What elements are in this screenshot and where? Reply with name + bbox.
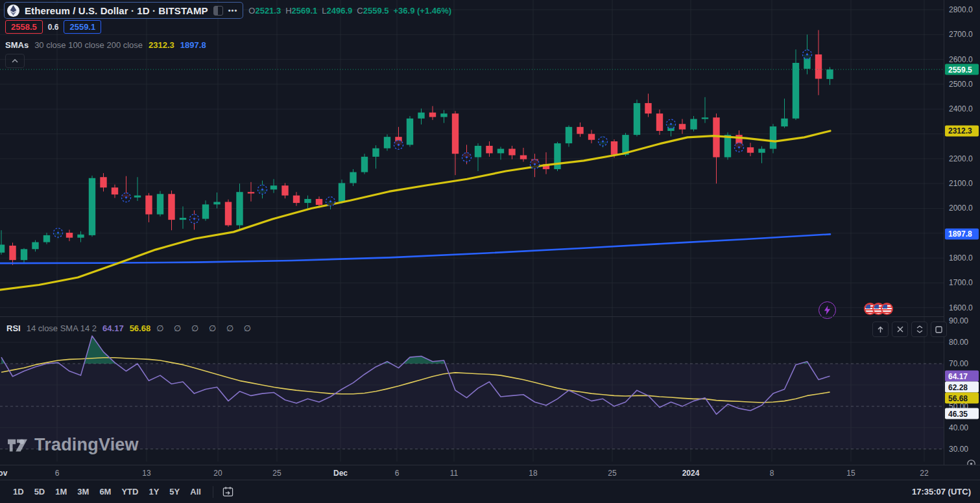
range-button-1d[interactable]: 1D [8,484,29,499]
price-axis-label: 1700.0 [949,278,973,287]
time-axis-label: 8 [770,469,774,478]
tradingview-watermark: TradingView [6,435,139,455]
sma200-line [0,234,830,263]
time-axis-label: 2024 [682,469,700,478]
price-axis-badge: 1897.8 [945,228,979,239]
time-axis-label: 15 [846,469,855,478]
candle-body [758,149,765,153]
ask-price-button[interactable]: 2559.1 [64,20,101,34]
candle-body [611,141,617,155]
candle-body [702,117,708,119]
rsi-value: 64.17 [102,323,124,333]
range-button-5y[interactable]: 5Y [164,484,185,499]
price-axis-label: 2500.0 [949,80,973,89]
candle-body [440,113,447,117]
candle-body [270,185,277,189]
candle-body [100,177,106,187]
candle-body [89,178,95,235]
sma-legend-title: SMAs [5,40,29,50]
range-button-5d[interactable]: 5D [29,484,51,499]
candle-body [361,157,368,172]
candle-body [508,149,515,156]
price-axis-label: 2800.0 [949,5,973,14]
price-axis[interactable]: 2800.02700.02600.02500.02400.02200.02100… [944,0,980,465]
rsi-axis-badge: 56.68 [945,393,979,404]
sma30-value: 2312.3 [149,40,174,50]
price-axis-label: 2000.0 [949,204,973,213]
sma30-line [0,131,830,290]
candle-body [770,126,776,148]
time-axis[interactable]: Nov6132025Dec6111825202481522 [0,465,980,480]
rsi-legend[interactable]: RSI 14 close SMA 14 2 64.17 56.68 ∅ ∅ ∅ … [6,323,255,333]
ohlc-values: O2521.3 H2569.1 L2496.9 C2559.5 +36.9 (+… [248,6,451,16]
candle-body [157,194,163,214]
candle-body [43,235,50,242]
candle-body [429,113,436,117]
tradingview-logo-icon [6,436,29,455]
pane-separator[interactable] [0,316,980,317]
range-button-1m[interactable]: 1M [50,484,72,499]
move-pane-up-button[interactable] [872,322,889,337]
range-button-3m[interactable]: 3M [72,484,94,499]
economic-events-us-flags[interactable] [864,303,893,315]
time-axis-label: 20 [213,469,222,478]
candle-body [724,135,731,157]
range-button-ytd[interactable]: YTD [116,484,143,499]
time-axis-label: 25 [608,469,616,478]
price-axis-badge: 2559.5 [945,64,979,75]
candle-body [21,249,27,260]
open-value: 2521.3 [255,6,281,16]
bottom-toolbar: 1D5D1M3M6MYTD1Y5YAll 17:35:07 (UTC) [0,480,980,503]
bid-ask-row: 2558.5 0.6 2559.1 [5,20,101,34]
collapse-pane-button[interactable] [911,322,927,337]
candle-body [486,146,492,153]
candle-body [384,137,390,148]
time-axis-label: 13 [142,469,150,478]
candle-body [679,124,686,129]
price-axis-label: 1600.0 [949,303,973,312]
close-pane-button[interactable] [892,322,908,337]
rsi-axis-label: 90.00 [949,316,968,325]
range-button-6m[interactable]: 6M [94,484,116,499]
candle-body [32,242,38,250]
candles [0,30,833,264]
candle-body [372,148,379,157]
legend-collapse-button[interactable] [5,54,25,68]
range-button-all[interactable]: All [185,484,206,499]
candle-body [826,69,833,79]
price-axis-label: 2400.0 [949,104,973,113]
candle-body [475,146,481,158]
range-button-1y[interactable]: 1Y [143,484,164,499]
time-axis-label: 22 [920,469,928,478]
candle-body [588,134,595,140]
bid-price-button[interactable]: 2558.5 [5,20,43,34]
price-axis-label: 1800.0 [949,253,973,263]
candle-body [145,196,152,215]
go-to-date-button[interactable] [220,485,236,498]
price-axis-label: 2700.0 [949,30,973,39]
candle-body [656,113,663,131]
legend-settings-icon[interactable] [213,6,223,16]
more-options-icon[interactable]: ••• [228,6,238,14]
change-value: +36.9 (+1.46%) [394,6,452,16]
ethereum-logo-icon [7,5,19,17]
high-label: H [285,6,291,16]
candle-body [554,143,560,169]
rsi-axis-label: 80.00 [949,338,968,347]
clock-timezone[interactable]: 17:35:07 (UTC) [912,487,972,497]
candle-body [281,185,288,195]
maximize-pane-button[interactable] [931,322,947,337]
candle-body [781,119,787,126]
high-value: 2569.1 [292,6,318,16]
candle-body [77,235,84,238]
rsi-ma-value: 56.68 [130,323,151,333]
candle-body [793,63,799,119]
rsi-legend-title: RSI [6,323,21,333]
symbol-title-box[interactable]: Ethereum / U.S. Dollar · 1D · BITSTAMP •… [4,2,243,19]
open-label: O [248,6,255,16]
main-chart-canvas[interactable] [0,0,944,465]
sma-legend[interactable]: SMAs 30 close 100 close 200 close 2312.3… [5,40,206,50]
symbol-title: Ethereum / U.S. Dollar · 1D · BITSTAMP [25,5,208,16]
time-axis-label: 6 [395,469,400,478]
candle-body [0,244,5,252]
